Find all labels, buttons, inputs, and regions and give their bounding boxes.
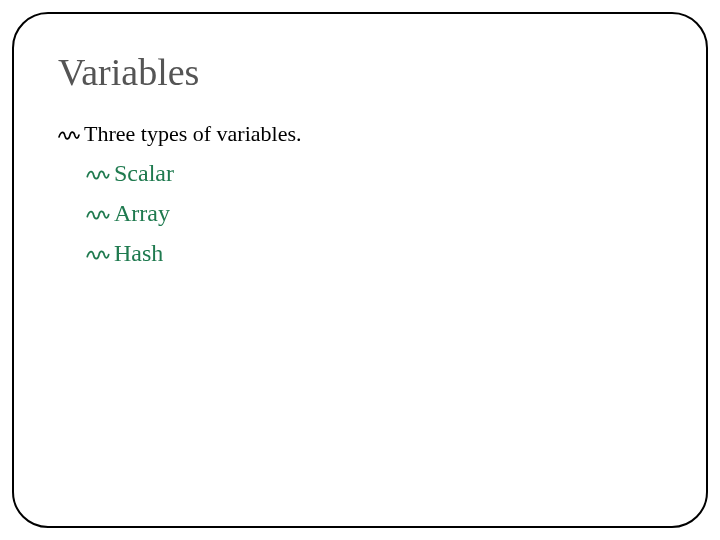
slide: Variables Three types of variables. Scal… <box>0 0 720 540</box>
scribble-bullet-icon <box>86 247 110 262</box>
list-item: Array <box>86 198 662 228</box>
slide-title: Variables <box>58 50 662 94</box>
item-label: Array <box>114 198 170 228</box>
slide-frame: Variables Three types of variables. Scal… <box>12 12 708 528</box>
scribble-bullet-icon <box>58 128 80 142</box>
scribble-bullet-icon <box>86 207 110 222</box>
item-label: Hash <box>114 238 163 268</box>
list-item: Scalar <box>86 158 662 188</box>
item-label: Scalar <box>114 158 174 188</box>
variable-types-list: Scalar Array Hash <box>86 158 662 268</box>
intro-text: Three types of variables. <box>84 120 301 148</box>
scribble-bullet-icon <box>86 167 110 182</box>
list-item: Hash <box>86 238 662 268</box>
intro-line: Three types of variables. <box>58 120 662 148</box>
